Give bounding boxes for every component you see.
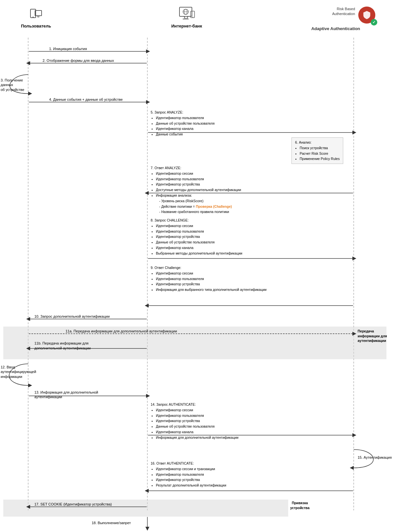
msg-box-9: 9. Ответ Challenge: Идентификатор сессии… [151,265,267,293]
label-msg11a: 11a. Передача информации для дополнитель… [66,329,177,333]
label-msg1: 1. Инициация события [49,47,87,51]
label-msg3: 3. Получение данныхоб устройстве [1,78,27,92]
arrow-1-head [146,49,150,53]
arrow-14-head [352,433,356,437]
arrow-9-head [145,304,149,308]
svg-line-6 [184,16,185,19]
label-msg4: 4. Данные события + данные об устройстве [49,98,123,101]
label-msg12: 12. Вводаутентифицирующейинформации [1,365,26,379]
label-msg10: 10. Запрос дополнительной аутентификации [34,314,110,318]
user-device-icon [30,7,42,22]
arrow-4-head [146,100,150,104]
label-msg13: 13. Информация для дополнительнойаутенти… [34,390,98,399]
user-label: Пользователь [21,24,51,28]
actor-adaptive: Risk Based Authentication ✓ Adaptive Aut… [295,7,383,31]
label-msg15: 15. Аутентификация [358,455,392,459]
arrow-5-head [352,131,356,134]
bank-label: Интернет-банк [171,24,202,28]
arrow-15-head [350,466,354,470]
svg-line-7 [187,16,188,19]
header-row: Пользователь Интернет-банк [3,3,390,39]
msg-box-8: 8. Запрос CHALLENGE: Идентификатор сесси… [151,218,242,256]
region-transfer-label: Передачаинформации дляаутентификации [358,329,387,343]
actor-user: Пользователь [10,7,62,28]
arrow-11a-head [352,332,356,336]
msg-box-6: 6. Анализ: Поиск устройства Расчет Risk … [291,137,343,164]
arrow-18-head [145,527,149,531]
msg-box-7: 7. Ответ ANALYZE: Идентификатор сессии И… [151,165,241,215]
msg-box-14: 14. Запрос AUTHENTICATE: Идентификатор с… [151,402,238,440]
bank-icon [178,7,195,22]
region-device-bind-label: Привязкаустройства [290,501,309,510]
label-msg11b: 11b. Передача информации длядополнительн… [34,341,91,351]
arrow-10-head [26,317,30,321]
actor-bank: Интернет-банк [160,7,213,28]
label-msg17: 17. SET COOKIE (Идентификатор устройства… [34,502,112,506]
arrow-17-head [26,505,30,509]
arrow-13-head [146,394,150,398]
label-msg2: 2. Отображение формы для ввода данных [43,59,114,62]
adaptive-title: Risk Based Authentication [332,7,355,17]
arrow-2-head [26,61,30,65]
arrow-3-head [28,92,32,96]
arrow-11b-head [26,346,30,350]
shield-icon [362,10,372,20]
adaptive-label: Adaptive Authentication [295,26,377,31]
arrow-16-head [145,489,149,493]
arrow-12-head [28,383,32,387]
arrow-8-head [352,257,356,260]
arrow-7-head [145,191,149,195]
diagram-container: Пользователь Интернет-банк [0,0,393,532]
svg-rect-4 [38,16,39,17]
label-msg18: 18. Выполнение/запрет [92,521,131,525]
msg-box-16: 16. Ответ AUTHENTICATE: Идентификатор се… [151,461,226,488]
msg-box-5: 5. Запрос ANALYZE: Идентификатор пользов… [151,110,215,137]
